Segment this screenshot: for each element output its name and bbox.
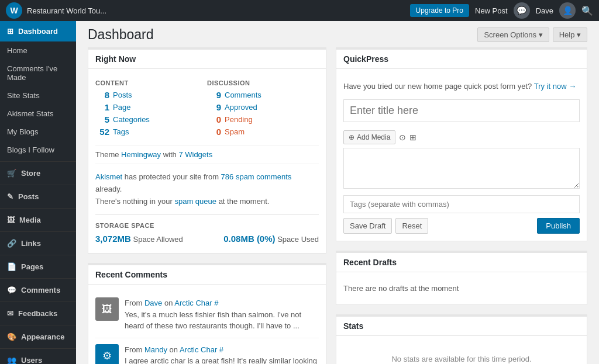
- users-icon: 👥: [7, 356, 16, 364]
- sidebar-item-akismet-stats[interactable]: Akismet Stats: [0, 105, 76, 123]
- my-blogs-label: My Blogs: [7, 127, 38, 136]
- posts-icon: ✎: [7, 192, 13, 201]
- pages-icon: 📄: [7, 262, 16, 271]
- spam-comments-link[interactable]: 786 spam comments: [221, 172, 292, 181]
- quickpress-tags-input[interactable]: [343, 195, 580, 213]
- user-name[interactable]: Dave: [536, 6, 553, 15]
- comment-post-2[interactable]: Arctic Char #: [180, 345, 223, 354]
- promo-link[interactable]: Try it now →: [534, 82, 576, 91]
- layout: ⊞ Dashboard Home Comments I've Made Site…: [0, 21, 599, 364]
- recent-drafts-widget: Recent Drafts There are no drafts at the…: [336, 251, 587, 305]
- right-now-body: CONTENT 8 Posts 1 Page 5: [88, 69, 326, 253]
- comment-post-1[interactable]: Arctic Char #: [174, 299, 218, 307]
- discussion-header: DISCUSSION: [207, 76, 319, 89]
- page-link[interactable]: Page: [113, 103, 130, 112]
- sidebar-item-media[interactable]: 🖼 Media: [0, 211, 76, 229]
- wp-logo[interactable]: W: [6, 2, 22, 19]
- stats-header: Stats: [336, 317, 587, 336]
- screen-options-button[interactable]: Screen Options ▾: [477, 27, 549, 42]
- store-label: Store: [21, 169, 40, 178]
- sidebar-group-users: 👥 Users: [0, 348, 76, 364]
- search-icon[interactable]: 🔍: [581, 5, 593, 16]
- storage-info: 3,072MB Space Allowed 0.08MB (0%) Space …: [95, 234, 319, 244]
- sidebar-item-users[interactable]: 👥 Users: [0, 351, 76, 364]
- comment-author-1[interactable]: Dave: [144, 299, 162, 307]
- page-header: Dashboard Screen Options ▾ Help ▾: [76, 21, 599, 47]
- sidebar-group-media: 🖼 Media: [0, 208, 76, 229]
- user-avatar[interactable]: 👤: [559, 2, 576, 19]
- recent-drafts-body: There are no drafts at the moment: [336, 272, 587, 304]
- save-draft-button[interactable]: Save Draft: [343, 218, 392, 234]
- categories-count: 5: [95, 115, 109, 124]
- sidebar-item-feedbacks[interactable]: ✉ Feedbacks: [0, 304, 76, 323]
- posts-count-row: 8 Posts: [95, 89, 207, 101]
- main-content: Dashboard Screen Options ▾ Help ▾ Right …: [76, 21, 599, 364]
- sidebar-item-appearance[interactable]: 🎨 Appearance: [0, 328, 76, 346]
- tags-link[interactable]: Tags: [113, 127, 129, 136]
- home-label: Home: [7, 46, 27, 55]
- stats-body: No stats are available for this time per…: [336, 336, 587, 365]
- pending-link[interactable]: Pending: [225, 115, 253, 124]
- spam-link[interactable]: Spam: [225, 127, 245, 136]
- categories-link[interactable]: Categories: [113, 115, 150, 124]
- comments-ive-made-label: Comments I've Made: [7, 64, 69, 82]
- blogs-follow-label: Blogs I Follow: [7, 145, 54, 154]
- recent-comments-body: 🖼 From Dave on Arctic Char # Yes, it's a…: [88, 285, 326, 364]
- sidebar: ⊞ Dashboard Home Comments I've Made Site…: [0, 21, 76, 364]
- sidebar-item-my-blogs[interactable]: My Blogs: [0, 123, 76, 141]
- dashboard-grid: Right Now CONTENT 8 Posts 1: [76, 47, 599, 364]
- theme-info: Theme Hemingway with 7 Widgets: [95, 145, 319, 164]
- posts-link[interactable]: Posts: [113, 91, 132, 99]
- storage-label: STORAGE SPACE: [95, 222, 319, 229]
- quickpress-promo: Have you tried our new home page quick p…: [343, 76, 580, 99]
- page-count: 1: [95, 102, 109, 112]
- spam-queue-link[interactable]: spam queue: [174, 197, 216, 206]
- users-label: Users: [21, 356, 42, 364]
- pending-count-row: 0 Pending: [207, 113, 319, 126]
- storage-section: STORAGE SPACE 3,072MB Space Allowed 0.08…: [95, 214, 319, 246]
- sidebar-item-comments[interactable]: 💬 Comments: [0, 281, 76, 299]
- comment-avatar-1: 🖼: [95, 297, 119, 321]
- messages-icon[interactable]: 💬: [514, 2, 530, 19]
- new-post-link[interactable]: New Post: [475, 6, 508, 15]
- theme-name-link[interactable]: Hemingway: [121, 150, 161, 159]
- quickpress-body-textarea[interactable]: [343, 148, 580, 189]
- storage-used: 0.08MB (0%) Space Used: [223, 234, 319, 244]
- add-media-button[interactable]: ⊕ Add Media: [343, 130, 395, 144]
- sidebar-item-posts[interactable]: ✎ Posts: [0, 188, 76, 206]
- recent-drafts-header: Recent Drafts: [336, 253, 587, 272]
- header-actions: Screen Options ▾ Help ▾: [477, 27, 587, 42]
- grid-icon[interactable]: ⊞: [409, 133, 416, 142]
- posts-label: Posts: [18, 192, 39, 201]
- sidebar-group-pages: 📄 Pages: [0, 255, 76, 276]
- quickpress-title-input[interactable]: [343, 99, 580, 122]
- sidebar-item-store[interactable]: 🛒 Store: [0, 164, 76, 182]
- sidebar-item-blogs-i-follow[interactable]: Blogs I Follow: [0, 141, 76, 159]
- sidebar-item-home[interactable]: Home: [0, 41, 76, 60]
- from-text-1: From: [125, 299, 144, 307]
- media-toggle-icon[interactable]: ⊙: [399, 133, 406, 142]
- sidebar-item-site-stats[interactable]: Site Stats: [0, 86, 76, 105]
- posts-count: 8: [95, 90, 109, 100]
- help-button[interactable]: Help ▾: [553, 27, 587, 42]
- sidebar-item-links[interactable]: 🔗 Links: [0, 234, 76, 252]
- add-media-label: Add Media: [357, 133, 390, 141]
- akismet-link[interactable]: Akismet: [95, 172, 122, 181]
- upgrade-button[interactable]: Upgrade to Pro: [410, 4, 469, 17]
- comment-author-2[interactable]: Mandy: [144, 345, 167, 354]
- reset-button[interactable]: Reset: [395, 218, 428, 234]
- sidebar-item-comments-ive-made[interactable]: Comments I've Made: [0, 60, 76, 86]
- theme-widgets-link[interactable]: 7 Widgets: [178, 150, 212, 159]
- comments-link[interactable]: Comments: [225, 91, 261, 99]
- publish-button[interactable]: Publish: [537, 218, 580, 234]
- on-text-2: on: [170, 345, 180, 354]
- pages-label: Pages: [21, 262, 43, 271]
- links-label: Links: [21, 239, 41, 248]
- sidebar-item-pages[interactable]: 📄 Pages: [0, 258, 76, 276]
- approved-link[interactable]: Approved: [225, 103, 257, 112]
- links-icon: 🔗: [7, 239, 16, 248]
- sidebar-item-dashboard[interactable]: ⊞ Dashboard: [0, 21, 76, 41]
- tags-count-row: 52 Tags: [95, 126, 207, 138]
- recent-comments-header: Recent Comments: [88, 265, 326, 285]
- discussion-col: DISCUSSION 9 Comments 9 Approved: [207, 76, 319, 138]
